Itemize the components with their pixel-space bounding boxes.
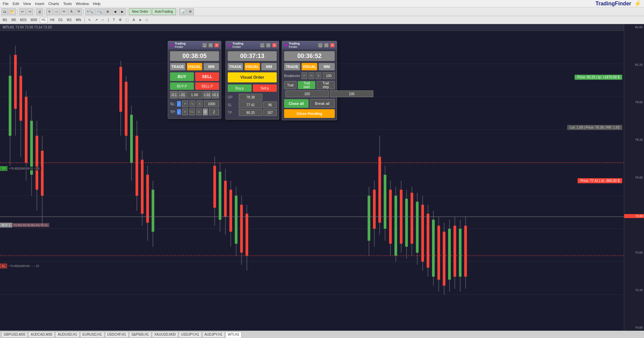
tf-hline[interactable]: ─ <box>100 17 105 23</box>
tab-audcad-m30[interactable]: AUDCAD,M30 <box>28 332 54 338</box>
tf-rect[interactable]: □ <box>144 17 149 23</box>
tf-fib[interactable]: Φ <box>117 17 123 23</box>
panel2-trade-tab[interactable]: TRADE <box>228 63 243 70</box>
panel3-break-all-btn[interactable]: Break all <box>310 99 335 108</box>
panel2-close-btn[interactable]: ✕ <box>272 43 277 48</box>
tab-audjpy-h1[interactable]: AUDJPY,H1 <box>202 332 225 338</box>
panel3-close-pending-btn[interactable]: Close Pending <box>284 109 335 118</box>
menu-insert[interactable]: Insert <box>35 2 44 6</box>
menu-file[interactable]: File <box>3 2 9 6</box>
new-order-btn[interactable]: New Order <box>129 8 151 15</box>
panel3-restore-btn[interactable]: □ <box>324 43 329 48</box>
toolbar-zoomin-btn[interactable]: +🔍 <box>85 8 95 15</box>
tab-xauusd-m30[interactable]: XAUUSD,M30 <box>152 332 178 338</box>
toolbar-open-btn[interactable]: 📂 <box>9 8 16 15</box>
tf-m15[interactable]: M15 <box>19 17 28 23</box>
panel3-close-btn[interactable]: ✕ <box>330 43 335 48</box>
panel3-trail-btn[interactable]: Trail <box>284 81 297 89</box>
panel1-tp-pct-btn[interactable]: % <box>189 109 195 115</box>
tf-m30[interactable]: M30 <box>29 17 38 23</box>
panel1-tp-checkbox[interactable]: ✓ <box>177 109 181 115</box>
tf-textbox[interactable]: ⬚ <box>124 17 130 23</box>
panel1-sl-dollar-btn[interactable]: $ <box>197 100 203 107</box>
panel3-close-all-btn[interactable]: Close all <box>284 99 309 108</box>
toolbar-undo-btn[interactable]: ↩ <box>19 8 26 15</box>
panel1-sl-checkbox[interactable]: ✓ <box>177 101 181 107</box>
panel1-restore-btn[interactable]: □ <box>208 43 213 48</box>
tab-gbpusd-m30[interactable]: GBPUSD,M30 <box>1 332 28 338</box>
toolbar-fib-btn[interactable]: Ψ <box>75 8 82 15</box>
panel3-be-input[interactable] <box>323 72 335 79</box>
toolbar-new-btn[interactable]: 🗂 <box>1 8 8 15</box>
toolbar-text-btn[interactable]: A <box>68 8 75 15</box>
panel2-sl-input2[interactable] <box>263 102 277 108</box>
menu-tools[interactable]: Tools <box>63 2 72 6</box>
tf-d1[interactable]: D1 <box>57 17 64 23</box>
panel1-visual-tab[interactable]: VISUAL <box>187 63 202 70</box>
panel2-header[interactable]: ⬟ Trading Finder _ □ ✕ <box>226 41 279 49</box>
panel3-visual-tab[interactable]: VISUAL <box>302 63 318 70</box>
panel1-tp-r-btn[interactable]: R <box>203 109 208 115</box>
tab-eurusd-h1[interactable]: EURUSD,H1 <box>80 332 104 338</box>
toolbar-print-btn[interactable]: 🖨 <box>36 8 43 15</box>
tf-w1[interactable]: W1 <box>65 17 73 23</box>
panel1-lot-plus01[interactable]: +0.1 <box>212 91 219 98</box>
panel3-be-p-btn[interactable]: P <box>302 72 307 79</box>
panel3-be-pct-btn[interactable]: % <box>309 72 314 79</box>
panel2-op-input[interactable] <box>239 94 262 100</box>
tab-usdjpy-h1[interactable]: USDJPY,H1 <box>179 332 202 338</box>
tf-vline[interactable]: | <box>107 17 110 23</box>
panel3-be-dollar-btn[interactable]: $ <box>316 72 321 79</box>
panel3-minimize-btn[interactable]: _ <box>318 43 323 48</box>
panel1-tp-input[interactable] <box>209 109 219 115</box>
panel2-restore-btn[interactable]: □ <box>266 43 271 48</box>
tf-period-sep[interactable]: T <box>111 17 116 23</box>
tf-arrow[interactable]: ↗ <box>94 17 99 23</box>
toolbar-line-btn[interactable]: — <box>53 8 60 15</box>
panel2-mm-tab[interactable]: MM <box>261 63 277 70</box>
tab-sp500-h1[interactable]: S&P500,H1 <box>129 332 151 338</box>
panel1-header[interactable]: ⬟ Trading Finder _ □ ✕ <box>168 41 221 49</box>
tab-wti-h1[interactable]: WTI,H1 <box>225 332 241 338</box>
toolbar-zoomout-btn[interactable]: -🔍 <box>95 8 104 15</box>
menu-edit[interactable]: Edit <box>13 2 19 6</box>
panel1-mm-tab[interactable]: MM <box>204 63 219 70</box>
tab-audusd-h1[interactable]: AUDUSD,H1 <box>55 332 79 338</box>
panel1-sell-btn[interactable]: SELL <box>195 72 219 81</box>
panel1-trade-tab[interactable]: TRADE <box>170 63 185 70</box>
panel3-trail-step-btn[interactable]: Trail step <box>317 81 335 89</box>
panel1-buy-btn[interactable]: BUY <box>170 72 194 81</box>
toolbar-settings-btn[interactable]: ⚙ <box>187 8 194 15</box>
tf-h4[interactable]: H4 <box>49 17 56 23</box>
toolbar-redo-btn[interactable]: ↪ <box>26 8 33 15</box>
tab-usdchf-h1[interactable]: USDCHF,H1 <box>105 332 128 338</box>
panel3-trail-start-btn[interactable]: Trail start <box>298 81 315 89</box>
tf-m1[interactable]: M1 <box>1 17 9 23</box>
tf-label[interactable]: A <box>131 17 136 23</box>
panel3-trail-step-input[interactable] <box>330 90 373 97</box>
panel2-visual-tab[interactable]: VISUAL <box>245 63 260 70</box>
panel1-lot-plus001[interactable]: +.01 <box>203 91 211 98</box>
tf-cursor[interactable]: ↖ <box>87 17 92 23</box>
toolbar-fit-btn[interactable]: ⊞ <box>104 8 111 15</box>
panel1-lot-minus01[interactable]: -0.1 <box>170 91 178 98</box>
tf-h1[interactable]: H1 <box>40 17 48 23</box>
autotrading-btn[interactable]: AutoTrading <box>152 8 176 15</box>
toolbar-crosshair-btn[interactable]: ✛ <box>46 8 53 15</box>
toolbar-indicator-btn[interactable]: 📊 <box>179 8 186 15</box>
panel1-lot-input[interactable] <box>186 91 203 98</box>
panel1-close-btn[interactable]: ✕ <box>214 43 219 48</box>
panel1-lot-minus001[interactable]: -.01 <box>178 91 186 98</box>
panel1-sl-p-btn[interactable]: P <box>182 100 188 107</box>
panel2-tp-input1[interactable] <box>239 109 262 116</box>
panel2-sl-input1[interactable] <box>239 102 262 108</box>
panel1-minimize-btn[interactable]: _ <box>202 43 207 48</box>
panel2-tp-input2[interactable] <box>263 109 277 116</box>
panel1-sl-pct-btn[interactable]: % <box>190 100 196 107</box>
menu-window[interactable]: Window <box>76 2 89 6</box>
panel3-trail-start-input[interactable] <box>285 90 329 97</box>
panel2-sellp-btn[interactable]: Sell.p <box>253 84 277 92</box>
panel3-mm-tab[interactable]: MM <box>319 63 335 70</box>
toolbar-right-btn[interactable]: ▶ <box>119 8 126 15</box>
tf-mn[interactable]: MN <box>74 17 83 23</box>
